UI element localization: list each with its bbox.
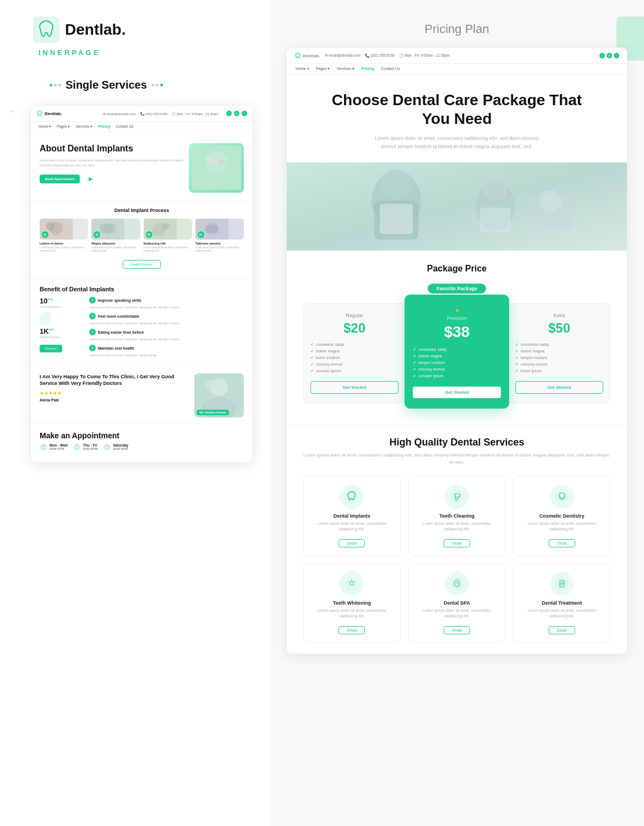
- extra-get-started-button[interactable]: Get Started: [515, 381, 603, 394]
- svg-point-40: [450, 577, 463, 590]
- browser-hero: About Dental Implants Lorem ipsum dolor …: [31, 132, 253, 202]
- schedule-info-1: Mon - Wed 8AM-9PM: [50, 443, 68, 450]
- section-label-area: Single Services: [17, 68, 270, 100]
- regular-price: $20: [310, 320, 399, 336]
- service-desc-cleaning: Lorem ipsum dolor sit amet, consectetur …: [414, 521, 500, 532]
- benefit-stats: 10++ Years Experience 1K++ Positive Revi…: [40, 297, 84, 361]
- step-desc-1: Lorem ipsum dolor sit amet, consectetur …: [40, 246, 88, 253]
- detail-process-button[interactable]: Detail Process: [123, 260, 161, 269]
- service-card-implants: Dental Implants Lorem ipsum dolor sit am…: [303, 476, 401, 556]
- premium-get-started-button[interactable]: Get Started: [413, 387, 501, 398]
- treatment-detail-button[interactable]: Detail: [549, 626, 575, 634]
- pricing-topbar: Dentlab. ✉ email@dentlab.com 📞 (201) 555…: [287, 48, 627, 64]
- pricing-nav: Home ▾ Pages ▾ Services ▾ Pricing Contac…: [287, 64, 627, 74]
- benefit-desc-4: Lorem ipsum dolor sit amet, consectetur …: [89, 354, 244, 357]
- stat-reviews-num: 1K++: [40, 327, 84, 335]
- svg-point-6: [219, 159, 225, 166]
- step-desc-3: Lorem ipsum dolor sit amet, consectetur …: [144, 246, 192, 253]
- nav-pages[interactable]: Pages ▾: [316, 67, 330, 71]
- benefit-title-1: Improve speaking skills: [98, 298, 141, 302]
- step-image-4: 04: [195, 219, 244, 240]
- logo-area: Dentlab.: [0, 0, 270, 48]
- benefit-desc-2: Lorem ipsum dolor sit amet, consectetur …: [89, 322, 244, 325]
- discover-button[interactable]: Discover: [40, 345, 62, 352]
- dental-implants-icon: [340, 485, 364, 509]
- benefit-section: Benefit of Dental Implants 10++ Years Ex…: [31, 279, 253, 367]
- service-name-treatment: Dental Treatment: [519, 600, 604, 606]
- clock-icon-3: 🕐: [103, 443, 111, 451]
- benefit-num-2: 3: [89, 313, 96, 319]
- step-label-3: Sadipscing elitr: [144, 242, 192, 245]
- premium-star: ★: [413, 307, 501, 313]
- service-card-whitening: Teeth Whitening Lorem ipsum dolor sit am…: [303, 563, 401, 643]
- nav-pricing[interactable]: Pricing: [361, 67, 374, 71]
- browser-mockup: Dentlab. ✉ email@dentlab.com 📞 (201) 555…: [30, 105, 253, 463]
- service-desc-cosmetic: Lorem ipsum dolor sit amet, consectetur …: [519, 521, 604, 532]
- service-card-cosmetic: Cosmetic Dentistry Lorem ipsum dolor sit…: [513, 476, 610, 556]
- stat-reviews: 1K++ Positive Reviews: [40, 327, 84, 339]
- whitening-detail-button[interactable]: Detail: [339, 626, 365, 634]
- play-button[interactable]: ▶: [89, 176, 93, 182]
- appointment-title: Make an Appointment: [40, 431, 244, 440]
- stat-experience: 10++ Years Experience: [40, 297, 84, 308]
- appointment-schedule: 🕐 Mon - Wed 8AM-9PM 🕐 Thu - Fri 8AM-9PM …: [40, 443, 244, 451]
- ig-icon: in: [607, 53, 612, 58]
- pricing-cards: Regular $20 consetetur sadip dolore magn…: [303, 300, 610, 403]
- process-step-4: 04 Takimata sanctus Lorem ipsum dolor si…: [195, 219, 244, 253]
- stat-experience-num: 10++: [40, 297, 84, 305]
- schedule-mon-wed: 🕐 Mon - Wed 8AM-9PM: [40, 443, 68, 451]
- schedule-info-3: Saturday 8AM-9PM: [113, 443, 128, 450]
- schedule-day-1: Mon - Wed: [50, 443, 68, 447]
- brand-name: Dentlab.: [65, 21, 125, 39]
- teeth-whitening-icon: [340, 572, 364, 596]
- regular-get-started-button[interactable]: Get Started: [310, 381, 399, 394]
- browser-process: Dental Implant Process 01 Labore et dolo…: [31, 202, 253, 279]
- process-step-2: 02 Magna aliquyam Lorem ipsum dolor sit …: [91, 219, 140, 253]
- svg-rect-12: [100, 224, 116, 233]
- schedule-time-1: 8AM-9PM: [50, 447, 68, 450]
- benefit-items: 2 Improve speaking skills Lorem ipsum do…: [89, 297, 244, 361]
- pricing-topbar-logo: Dentlab.: [294, 52, 320, 59]
- benefit-num-4: 5: [89, 345, 96, 351]
- step-num-1: 01: [42, 231, 48, 238]
- cosmetic-dentistry-icon: [550, 485, 574, 509]
- hero-title: About Dental Implants: [40, 143, 183, 154]
- svg-point-38: [555, 490, 569, 503]
- svg-rect-34: [380, 204, 413, 234]
- nav-services[interactable]: Services ▾: [336, 67, 354, 71]
- benefit-desc-1: Lorem ipsum dolor sit amet, consectetur …: [89, 306, 244, 309]
- pricing-plan-label: Pricing Plan: [286, 22, 627, 36]
- svg-point-5: [206, 155, 215, 164]
- svg-point-31: [483, 177, 507, 201]
- extra-price: $50: [515, 320, 603, 336]
- spa-detail-button[interactable]: Detail: [444, 626, 470, 634]
- nav-contact[interactable]: Contact Us: [381, 67, 400, 71]
- process-steps: 01 Labore et dolore Lorem ipsum dolor si…: [40, 219, 244, 253]
- cosmetic-detail-button[interactable]: Detail: [549, 539, 575, 547]
- service-card-cleaning: Teeth Cleaning Lorem ipsum dolor sit ame…: [408, 476, 506, 556]
- doctors-image: [287, 162, 627, 251]
- testimonial-text: I Am Very Happy To Come To This Clinic, …: [40, 373, 189, 402]
- process-title: Dental Implant Process: [40, 208, 244, 213]
- nav-home[interactable]: Home ▾: [296, 67, 309, 71]
- service-name-cosmetic: Cosmetic Dentistry: [519, 513, 604, 519]
- pricing-email: ✉ email@dentlab.com: [325, 53, 361, 58]
- premium-price: $38: [413, 323, 501, 341]
- step-image-2: 02: [91, 219, 140, 240]
- cleaning-detail-button[interactable]: Detail: [444, 539, 470, 547]
- hero-text: About Dental Implants Lorem ipsum dolor …: [40, 143, 183, 183]
- package-price-title: Package Price: [303, 264, 610, 274]
- service-name-implants: Dental Implants: [309, 513, 395, 519]
- regular-price-card: Regular $20 consetetur sadip dolore magn…: [303, 303, 406, 403]
- benefit-item-1: 2 Improve speaking skills Lorem ipsum do…: [89, 297, 244, 309]
- section-title: Single Services: [66, 79, 147, 91]
- browser-social: f in t: [226, 111, 247, 116]
- pricing-hours: 🕐 Mon - Fri: 9:00am - 11:30pm: [399, 53, 450, 58]
- step-desc-2: Lorem ipsum dolor sit amet, consectetur …: [91, 246, 140, 253]
- extra-name: Extra: [515, 313, 603, 318]
- services-title: High Quality Dental Services: [303, 437, 610, 448]
- implants-detail-button[interactable]: Detail: [339, 539, 365, 547]
- benefit-content: 10++ Years Experience 1K++ Positive Revi…: [40, 297, 244, 361]
- extra-features: consetetur sadip dolore magna tempor inv…: [515, 341, 603, 374]
- schedule-thu-fri: 🕐 Thu - Fri 8AM-9PM: [73, 443, 98, 451]
